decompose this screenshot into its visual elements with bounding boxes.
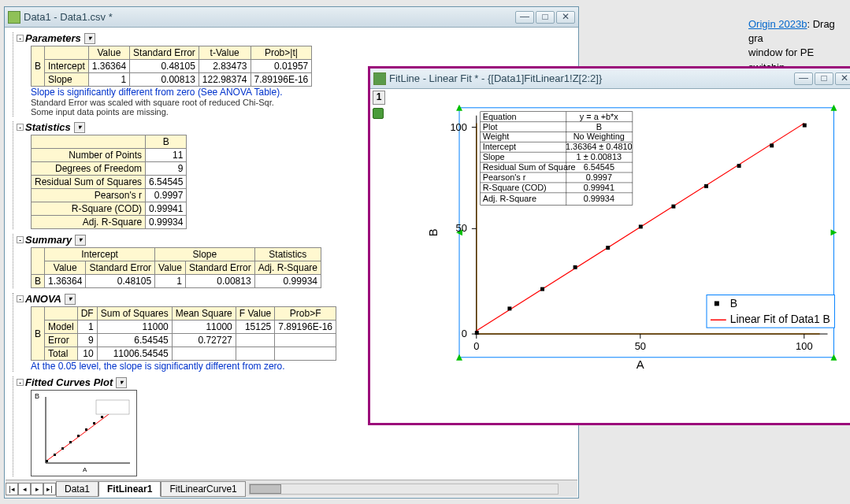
tab-last-button[interactable]: ▸| (43, 483, 56, 495)
svg-text:0.99941: 0.99941 (584, 183, 614, 192)
data1-titlebar[interactable]: Data1 - Data1.csv * — □ ✕ (5, 7, 578, 28)
svg-text:B: B (730, 297, 737, 309)
chart-legend[interactable]: B Linear Fit of Data1 B (707, 295, 834, 328)
tab-next-button[interactable]: ▸ (31, 483, 43, 495)
svg-text:y = a +b*x: y = a +b*x (580, 112, 619, 121)
collapse-toggle[interactable]: - (17, 295, 24, 302)
param-row-b: B (32, 46, 45, 87)
svg-rect-44 (475, 331, 479, 335)
svg-text:Residual Sum of Square: Residual Sum of Square (483, 162, 576, 172)
minimize-button[interactable]: — (794, 72, 813, 85)
statistics-head: Statistics (25, 121, 71, 133)
svg-text:B: B (427, 228, 440, 236)
anova-table: B DF Sum of Squares Mean Square F Value … (31, 306, 336, 361)
svg-rect-9 (93, 422, 95, 424)
svg-rect-51 (704, 184, 708, 188)
data1-title: Data1 - Data1.csv * (24, 11, 515, 23)
svg-text:50: 50 (635, 340, 646, 352)
dropdown-icon[interactable]: ▾ (84, 33, 95, 44)
chart-info-table: Equationy = a +b*x PlotB WeightNo Weight… (481, 112, 633, 206)
collapse-toggle[interactable]: - (17, 35, 24, 42)
svg-text:Linear Fit of Data1 B: Linear Fit of Data1 B (730, 313, 830, 325)
tab-fitlinear1[interactable]: FitLinear1 (98, 481, 161, 497)
dropdown-icon[interactable]: ▾ (74, 122, 85, 133)
minimize-button[interactable]: — (515, 11, 534, 24)
collapse-toggle[interactable]: - (17, 379, 24, 386)
svg-rect-14 (96, 400, 129, 414)
maximize-button[interactable]: □ (536, 11, 555, 24)
dropdown-icon[interactable]: ▾ (65, 294, 76, 305)
svg-text:0: 0 (473, 340, 479, 352)
svg-text:Weight: Weight (483, 132, 510, 141)
close-button[interactable]: ✕ (835, 72, 850, 85)
pin-icon[interactable] (373, 108, 384, 119)
origin-link[interactable]: Origin 2023b (748, 18, 807, 30)
svg-text:B: B (35, 392, 39, 400)
close-button[interactable]: ✕ (556, 11, 575, 24)
svg-rect-4 (54, 454, 56, 456)
svg-rect-10 (101, 416, 103, 418)
parameters-table: B Value Standard Error t-Value Prob>|t| … (31, 46, 312, 87)
curves-head: Fitted Curves Plot (25, 376, 113, 388)
workbook-icon (8, 11, 20, 24)
svg-text:B: B (596, 122, 602, 132)
svg-text:1 ± 0.00813: 1 ± 0.00813 (577, 152, 622, 161)
svg-rect-54 (803, 124, 807, 128)
svg-text:Plot: Plot (483, 122, 498, 132)
plot-area[interactable]: 0 50 100 0 50 100 A B (395, 92, 850, 420)
svg-text:Slope: Slope (483, 152, 505, 161)
svg-text:R-Square (COD): R-Square (COD) (483, 183, 547, 192)
tab-first-button[interactable]: |◂ (6, 483, 18, 495)
graph-icon (373, 72, 386, 85)
tab-prev-button[interactable]: ◂ (18, 483, 31, 495)
sheet-tabs: |◂ ◂ ▸ ▸| Data1 FitLinear1 FitLinearCurv… (6, 480, 577, 497)
svg-text:Pearson's r: Pearson's r (483, 172, 526, 182)
svg-rect-84 (715, 301, 719, 306)
summary-head: Summary (25, 234, 72, 246)
dropdown-icon[interactable]: ▾ (116, 377, 127, 388)
horizontal-scrollbar[interactable] (249, 484, 559, 495)
svg-text:A: A (83, 466, 87, 473)
svg-rect-52 (737, 164, 741, 168)
fitline-window: FitLine - Linear Fit * - {[Data1]FitLine… (368, 66, 850, 425)
svg-text:100: 100 (796, 340, 812, 352)
summary-table: Intercept Slope Statistics Value Standar… (31, 247, 321, 288)
svg-text:50: 50 (456, 222, 467, 234)
fitline-titlebar[interactable]: FitLine - Linear Fit * - {[Data1]FitLine… (370, 69, 850, 89)
svg-text:Intercept: Intercept (483, 142, 516, 151)
tab-fitlinearcurve1[interactable]: FitLinearCurve1 (161, 481, 245, 497)
svg-rect-49 (639, 224, 643, 228)
layer-1-button[interactable]: 1 (373, 91, 385, 105)
svg-text:1.36364 ± 0.4810: 1.36364 ± 0.4810 (566, 142, 633, 151)
svg-rect-50 (671, 205, 675, 209)
svg-text:Equation: Equation (483, 112, 517, 121)
svg-text:0: 0 (462, 328, 467, 339)
parameters-head: Parameters (25, 32, 81, 44)
svg-rect-6 (69, 441, 72, 443)
maximize-button[interactable]: □ (815, 72, 833, 85)
collapse-toggle[interactable]: - (17, 124, 24, 131)
svg-rect-45 (507, 306, 511, 310)
svg-text:No Weighting: No Weighting (573, 132, 625, 141)
collapse-toggle[interactable]: - (17, 236, 24, 243)
svg-text:6.54545: 6.54545 (584, 162, 614, 172)
svg-text:A: A (637, 358, 644, 371)
svg-rect-7 (77, 435, 80, 437)
svg-text:0.9997: 0.9997 (586, 172, 612, 182)
svg-rect-53 (770, 143, 774, 147)
svg-rect-8 (85, 428, 87, 431)
tab-data1[interactable]: Data1 (56, 481, 98, 497)
dropdown-icon[interactable]: ▾ (75, 235, 86, 246)
svg-rect-5 (61, 447, 64, 450)
scroll-thumb[interactable] (250, 484, 281, 494)
fitted-curves-thumbnail[interactable]: B A (31, 390, 137, 476)
svg-rect-46 (540, 287, 544, 291)
anova-head: ANOVA (25, 293, 61, 305)
svg-text:0.99934: 0.99934 (584, 194, 614, 203)
fitline-title: FitLine - Linear Fit * - {[Data1]FitLine… (389, 72, 794, 84)
svg-text:Adj. R-Square: Adj. R-Square (483, 194, 536, 203)
svg-rect-47 (573, 265, 577, 269)
svg-text:100: 100 (450, 121, 466, 133)
statistics-table: B Number of Points11 Degrees of Freedom9… (31, 135, 187, 229)
svg-rect-48 (606, 246, 610, 250)
